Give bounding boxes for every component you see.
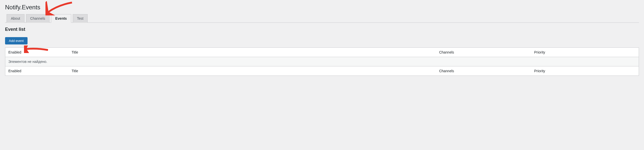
tab-nav: About Channels Events Test [5, 14, 639, 23]
tf-enabled: Enabled [5, 66, 69, 76]
tab-channels[interactable]: Channels [26, 14, 49, 23]
tab-test[interactable]: Test [73, 14, 88, 23]
table-header-row: Enabled Title Channels Priority [5, 48, 639, 57]
tf-channels: Channels [436, 66, 531, 76]
th-title[interactable]: Title [68, 48, 436, 57]
page-title: Notify.Events [5, 3, 639, 11]
tab-about[interactable]: About [7, 14, 24, 23]
event-table: Enabled Title Channels Priority Элементо… [5, 47, 639, 76]
table-footer-row: Enabled Title Channels Priority [5, 66, 639, 76]
th-enabled[interactable]: Enabled [5, 48, 69, 57]
add-event-button[interactable]: Add event [5, 37, 28, 44]
tab-events[interactable]: Events [51, 14, 71, 23]
empty-message: Элементов не найдено. [5, 57, 639, 66]
table-empty-row: Элементов не найдено. [5, 57, 639, 66]
tf-title: Title [68, 66, 436, 76]
th-priority[interactable]: Priority [531, 48, 639, 57]
th-channels[interactable]: Channels [436, 48, 531, 57]
tf-priority: Priority [531, 66, 639, 76]
section-title: Event list [5, 27, 639, 32]
